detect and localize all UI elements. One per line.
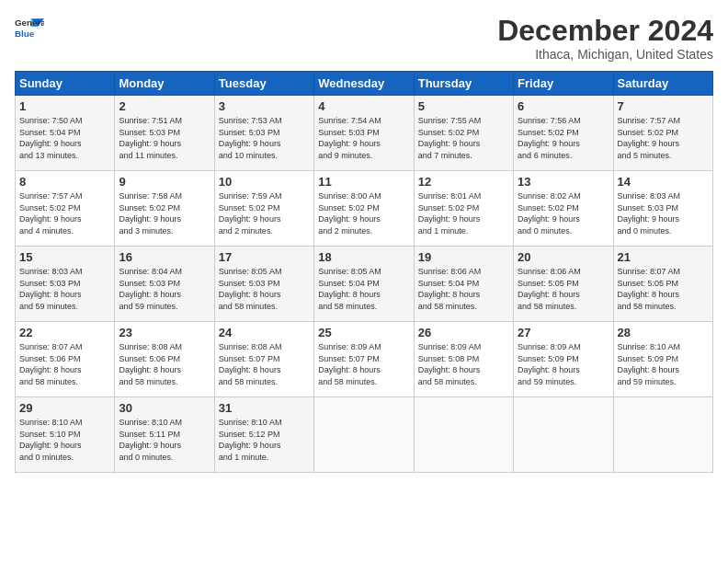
header-row: Sunday Monday Tuesday Wednesday Thursday…: [16, 72, 713, 96]
table-row: 15Sunrise: 8:03 AMSunset: 5:03 PMDayligh…: [16, 247, 115, 322]
table-row: 3Sunrise: 7:53 AMSunset: 5:03 PMDaylight…: [214, 96, 313, 171]
table-row: 24Sunrise: 8:08 AMSunset: 5:07 PMDayligh…: [214, 322, 313, 397]
col-monday: Monday: [115, 72, 214, 96]
table-row: 5Sunrise: 7:55 AMSunset: 5:02 PMDaylight…: [414, 96, 513, 171]
title-block: December 2024 Ithaca, Michigan, United S…: [497, 15, 713, 62]
col-wednesday: Wednesday: [314, 72, 414, 96]
table-row: 7Sunrise: 7:57 AMSunset: 5:02 PMDaylight…: [613, 96, 712, 171]
table-row: 17Sunrise: 8:05 AMSunset: 5:03 PMDayligh…: [214, 247, 313, 322]
table-row: 8Sunrise: 7:57 AMSunset: 5:02 PMDaylight…: [16, 171, 115, 247]
logo-icon: General Blue: [15, 15, 44, 40]
table-row: 22Sunrise: 8:07 AMSunset: 5:06 PMDayligh…: [16, 322, 115, 397]
col-friday: Friday: [514, 72, 613, 96]
table-row: 28Sunrise: 8:10 AMSunset: 5:09 PMDayligh…: [613, 322, 712, 397]
svg-text:General: General: [15, 17, 44, 28]
col-tuesday: Tuesday: [214, 72, 313, 96]
table-row: 25Sunrise: 8:09 AMSunset: 5:07 PMDayligh…: [314, 322, 414, 397]
table-row: [514, 397, 613, 473]
table-row: 9Sunrise: 7:58 AMSunset: 5:02 PMDaylight…: [115, 171, 214, 247]
table-row: 18Sunrise: 8:05 AMSunset: 5:04 PMDayligh…: [314, 247, 414, 322]
table-row: 29Sunrise: 8:10 AMSunset: 5:10 PMDayligh…: [16, 397, 115, 473]
header: General Blue December 2024 Ithaca, Michi…: [15, 15, 713, 62]
table-row: 13Sunrise: 8:02 AMSunset: 5:02 PMDayligh…: [514, 171, 613, 247]
col-sunday: Sunday: [16, 72, 115, 96]
location: Ithaca, Michigan, United States: [497, 47, 713, 62]
table-row: 23Sunrise: 8:08 AMSunset: 5:06 PMDayligh…: [115, 322, 214, 397]
calendar-table: Sunday Monday Tuesday Wednesday Thursday…: [15, 71, 713, 473]
table-row: 16Sunrise: 8:04 AMSunset: 5:03 PMDayligh…: [115, 247, 214, 322]
table-row: 20Sunrise: 8:06 AMSunset: 5:05 PMDayligh…: [514, 247, 613, 322]
table-row: 6Sunrise: 7:56 AMSunset: 5:02 PMDaylight…: [514, 96, 613, 171]
table-row: 1Sunrise: 7:50 AMSunset: 5:04 PMDaylight…: [16, 96, 115, 171]
table-row: [414, 397, 513, 473]
month-title: December 2024: [497, 15, 713, 47]
table-row: 2Sunrise: 7:51 AMSunset: 5:03 PMDaylight…: [115, 96, 214, 171]
table-row: 30Sunrise: 8:10 AMSunset: 5:11 PMDayligh…: [115, 397, 214, 473]
table-row: 11Sunrise: 8:00 AMSunset: 5:02 PMDayligh…: [314, 171, 414, 247]
table-row: [613, 397, 712, 473]
table-row: 4Sunrise: 7:54 AMSunset: 5:03 PMDaylight…: [314, 96, 414, 171]
svg-text:Blue: Blue: [15, 29, 35, 39]
table-row: 10Sunrise: 7:59 AMSunset: 5:02 PMDayligh…: [214, 171, 313, 247]
table-row: 21Sunrise: 8:07 AMSunset: 5:05 PMDayligh…: [613, 247, 712, 322]
table-row: 27Sunrise: 8:09 AMSunset: 5:09 PMDayligh…: [514, 322, 613, 397]
logo: General Blue: [15, 15, 44, 40]
col-saturday: Saturday: [613, 72, 712, 96]
col-thursday: Thursday: [414, 72, 513, 96]
table-row: 12Sunrise: 8:01 AMSunset: 5:02 PMDayligh…: [414, 171, 513, 247]
table-row: 31Sunrise: 8:10 AMSunset: 5:12 PMDayligh…: [214, 397, 313, 473]
table-row: 14Sunrise: 8:03 AMSunset: 5:03 PMDayligh…: [613, 171, 712, 247]
table-row: [314, 397, 414, 473]
page-container: General Blue December 2024 Ithaca, Michi…: [0, 0, 728, 480]
table-row: 19Sunrise: 8:06 AMSunset: 5:04 PMDayligh…: [414, 247, 513, 322]
table-row: 26Sunrise: 8:09 AMSunset: 5:08 PMDayligh…: [414, 322, 513, 397]
